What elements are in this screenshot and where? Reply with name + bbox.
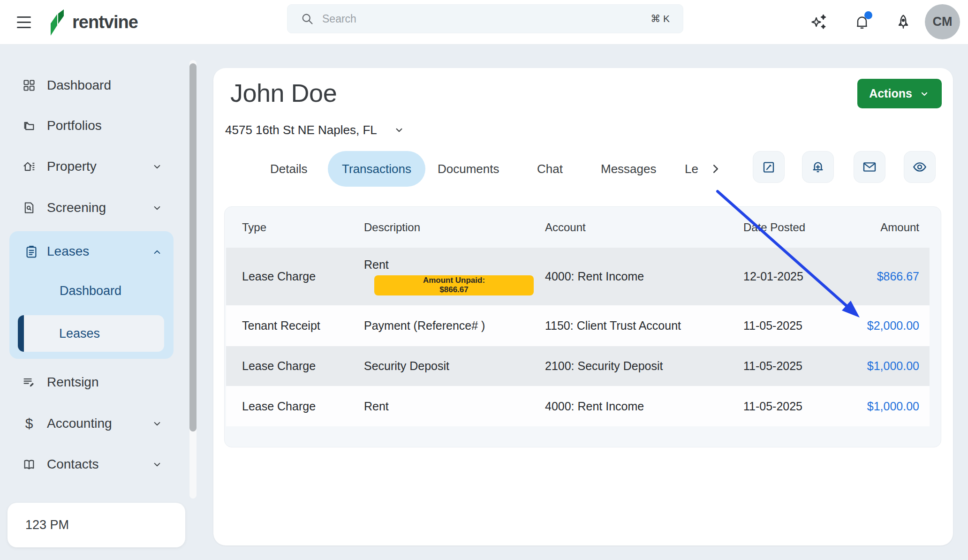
cell-date-posted: 11-05-2025: [743, 400, 861, 413]
cell-date-posted: 11-05-2025: [743, 319, 861, 333]
menu-button[interactable]: [17, 11, 32, 33]
cell-type: Lease Charge: [242, 270, 364, 283]
sidebar-item-label: Screening: [47, 200, 106, 215]
rocket-icon: [895, 14, 912, 30]
sidebar-item-label: Rentsign: [47, 375, 99, 390]
whats-new-button[interactable]: [892, 10, 915, 34]
tab-details[interactable]: Details: [270, 151, 307, 187]
rentvine-logo-icon: [47, 9, 68, 36]
watch-button[interactable]: [904, 151, 936, 183]
sidebar-item-dashboard[interactable]: Dashboard: [0, 71, 188, 99]
table-row[interactable]: Lease Charge Rent Amount Unpaid: $866.67…: [226, 248, 930, 305]
amount-unpaid-badge: Amount Unpaid: $866.67: [374, 275, 534, 295]
rentvine-logo[interactable]: rentvine: [47, 0, 138, 45]
cell-account: 4000: Rent Income: [545, 400, 743, 413]
cell-account: 1150: Client Trust Account: [545, 319, 743, 333]
document-search-icon: [23, 201, 36, 214]
column-header-amount: Amount: [880, 221, 919, 234]
search-shortcut: ⌘ K: [650, 13, 670, 24]
hamburger-icon: [17, 16, 31, 18]
sidebar-item-property[interactable]: Property: [0, 152, 188, 181]
actions-button[interactable]: Actions: [857, 79, 942, 108]
dollar-icon: $: [23, 417, 36, 430]
property-address: 4575 16th St NE Naples, FL: [225, 123, 377, 137]
cell-description: Rent: [364, 400, 545, 413]
cell-description: Payment (Reference# ): [364, 319, 545, 333]
sidebar-subitem-label: Leases: [59, 326, 100, 341]
dashboard-icon: [23, 79, 36, 92]
amount-link[interactable]: $1,000.00: [867, 400, 919, 413]
folder-icon: [23, 119, 36, 132]
sidebar-subitem-leases-dashboard[interactable]: Dashboard: [60, 284, 121, 298]
sidebar-item-portfolios[interactable]: Portfolios: [0, 112, 188, 140]
table-header-row: Type Description Account Date Posted Amo…: [226, 207, 930, 248]
chevron-down-icon: [151, 458, 163, 470]
edit-note-button[interactable]: [753, 151, 785, 183]
notifications-button[interactable]: [850, 10, 874, 34]
chevron-down-icon: [919, 88, 930, 99]
sidebar-item-label: Dashboard: [47, 78, 111, 93]
avatar[interactable]: CM: [925, 4, 960, 39]
cell-type: Lease Charge: [242, 400, 364, 413]
sidebar-item-accounting[interactable]: $ Accounting: [0, 409, 188, 438]
tab-leases-truncated[interactable]: Le: [685, 151, 698, 187]
notification-dot: [864, 11, 872, 19]
property-selector[interactable]: 4575 16th St NE Naples, FL: [225, 121, 405, 139]
tab-transactions[interactable]: Transactions: [328, 151, 425, 187]
add-reminder-button[interactable]: [802, 151, 834, 183]
amount-link[interactable]: $2,000.00: [867, 319, 919, 333]
sidebar-item-label: Contacts: [47, 457, 99, 472]
sidebar-item-leases[interactable]: Leases: [9, 238, 174, 266]
topbar: rentvine ⌘ K: [0, 0, 968, 45]
clock-label: 123 PM: [25, 518, 69, 532]
eye-icon: [912, 159, 927, 174]
column-header-date-posted: Date Posted: [743, 221, 861, 234]
tabs-scroll-right-button[interactable]: [709, 162, 723, 176]
amount-link[interactable]: $1,000.00: [867, 359, 919, 373]
brand-name: rentvine: [72, 12, 138, 32]
chevron-down-icon: [151, 202, 163, 214]
search-input[interactable]: [322, 13, 642, 25]
table-row[interactable]: Lease Charge Security Deposit 2100: Secu…: [226, 346, 930, 386]
cell-account: 2100: Security Deposit: [545, 359, 743, 373]
chevron-down-icon: [151, 160, 163, 173]
sidebar: Dashboard Portfolios Property: [0, 45, 206, 560]
chevron-down-icon: [151, 417, 163, 430]
clipboard-icon: [24, 245, 38, 259]
search-bar[interactable]: ⌘ K: [287, 4, 683, 33]
sidebar-scrollbar-thumb[interactable]: [189, 63, 197, 431]
actions-label: Actions: [869, 87, 912, 100]
cell-description: Security Deposit: [364, 359, 545, 373]
sidebar-item-label: Accounting: [47, 416, 112, 431]
amount-link[interactable]: $866.67: [877, 270, 919, 283]
clock-widget[interactable]: 123 PM: [8, 503, 185, 547]
lease-detail-card: John Doe 4575 16th St NE Naples, FL Acti…: [213, 68, 953, 545]
sidebar-item-screening[interactable]: Screening: [0, 194, 188, 222]
send-email-button[interactable]: [854, 151, 885, 183]
sparkles-icon: [811, 14, 828, 30]
transactions-table: Type Description Account Date Posted Amo…: [224, 206, 941, 447]
sidebar-item-contacts[interactable]: Contacts: [0, 450, 188, 478]
sidebar-group-leases: Leases Dashboard Leases: [9, 231, 174, 359]
chevron-up-icon: [151, 246, 163, 258]
table-row[interactable]: Tenant Receipt Payment (Reference# ) 115…: [226, 305, 930, 346]
tab-messages[interactable]: Messages: [601, 151, 657, 187]
table-row[interactable]: Lease Charge Rent 4000: Rent Income 11-0…: [226, 386, 930, 426]
page-title: John Doe: [230, 78, 337, 107]
house-icon: [23, 160, 36, 173]
tab-documents[interactable]: Documents: [438, 151, 499, 187]
signature-pen-icon: [23, 376, 36, 389]
envelope-icon: [862, 159, 877, 174]
sidebar-scrollbar[interactable]: [189, 60, 197, 499]
sidebar-subitem-leases-leases[interactable]: Leases: [18, 315, 164, 352]
column-header-description: Description: [364, 221, 545, 234]
book-icon: [23, 458, 36, 471]
clipboard-pencil-icon: [761, 159, 776, 174]
tab-chat[interactable]: Chat: [537, 151, 563, 187]
sidebar-item-label: Leases: [47, 244, 89, 259]
search-icon: [301, 12, 314, 25]
sidebar-item-rentsign[interactable]: Rentsign: [0, 368, 188, 396]
ai-assistant-button[interactable]: [808, 10, 832, 34]
cell-description: Rent Amount Unpaid: $866.67: [364, 258, 545, 295]
sidebar-item-label: Property: [47, 159, 97, 174]
